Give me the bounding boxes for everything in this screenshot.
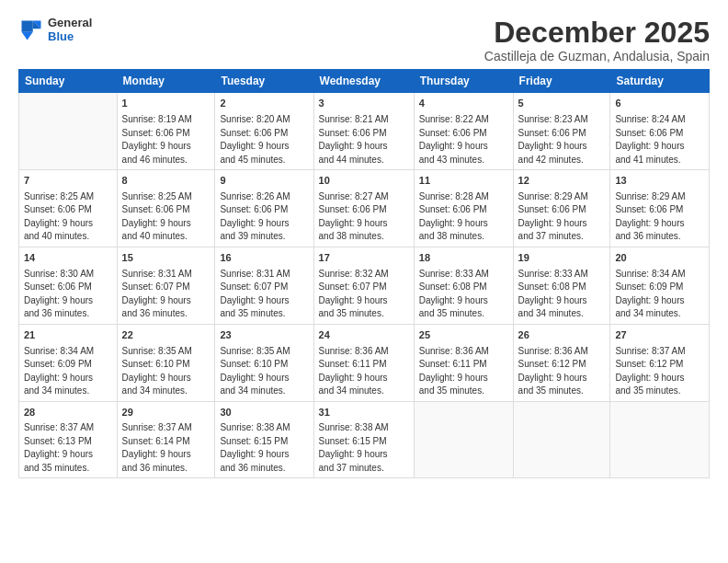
day-number: 23: [220, 328, 308, 342]
week-row: 14Sunrise: 8:30 AM Sunset: 6:06 PM Dayli…: [19, 247, 710, 324]
day-cell: 7Sunrise: 8:25 AM Sunset: 6:06 PM Daylig…: [19, 170, 118, 247]
day-cell: 24Sunrise: 8:36 AM Sunset: 6:11 PM Dayli…: [313, 324, 414, 401]
day-cell: 6Sunrise: 8:24 AM Sunset: 6:06 PM Daylig…: [610, 93, 710, 170]
day-number: 22: [122, 328, 210, 342]
day-cell: 16Sunrise: 8:31 AM Sunset: 6:07 PM Dayli…: [215, 247, 313, 324]
day-cell: 21Sunrise: 8:34 AM Sunset: 6:09 PM Dayli…: [19, 324, 118, 401]
day-number: 14: [24, 251, 112, 265]
day-info: Sunrise: 8:29 AM Sunset: 6:06 PM Dayligh…: [518, 191, 588, 242]
logo-icon: [18, 17, 44, 43]
header: General Blue December 2025 Castilleja de…: [18, 17, 710, 63]
day-number: 12: [518, 174, 606, 188]
location: Castilleja de Guzman, Andalusia, Spain: [484, 49, 710, 63]
day-info: Sunrise: 8:34 AM Sunset: 6:09 PM Dayligh…: [24, 346, 94, 396]
day-info: Sunrise: 8:28 AM Sunset: 6:06 PM Dayligh…: [419, 191, 489, 242]
day-info: Sunrise: 8:29 AM Sunset: 6:06 PM Dayligh…: [615, 191, 685, 242]
day-info: Sunrise: 8:24 AM Sunset: 6:06 PM Dayligh…: [615, 114, 685, 165]
day-number: 25: [419, 328, 508, 342]
weekday-header: Thursday: [414, 70, 513, 93]
day-cell: [19, 93, 118, 170]
day-info: Sunrise: 8:31 AM Sunset: 6:07 PM Dayligh…: [122, 269, 192, 319]
day-info: Sunrise: 8:20 AM Sunset: 6:06 PM Dayligh…: [220, 114, 290, 165]
day-cell: 31Sunrise: 8:38 AM Sunset: 6:15 PM Dayli…: [313, 401, 414, 478]
day-number: 16: [220, 251, 308, 265]
day-info: Sunrise: 8:22 AM Sunset: 6:06 PM Dayligh…: [419, 114, 489, 165]
day-info: Sunrise: 8:37 AM Sunset: 6:14 PM Dayligh…: [122, 422, 192, 473]
page: General Blue December 2025 Castilleja de…: [0, 0, 728, 563]
day-number: 8: [122, 174, 210, 188]
day-number: 29: [122, 406, 210, 419]
day-cell: 8Sunrise: 8:25 AM Sunset: 6:06 PM Daylig…: [117, 170, 215, 247]
day-cell: 5Sunrise: 8:23 AM Sunset: 6:06 PM Daylig…: [513, 93, 610, 170]
day-number: 17: [319, 251, 409, 265]
day-info: Sunrise: 8:34 AM Sunset: 6:09 PM Dayligh…: [615, 269, 685, 319]
day-cell: 23Sunrise: 8:35 AM Sunset: 6:10 PM Dayli…: [215, 324, 313, 401]
week-row: 1Sunrise: 8:19 AM Sunset: 6:06 PM Daylig…: [19, 93, 710, 170]
day-cell: 18Sunrise: 8:33 AM Sunset: 6:08 PM Dayli…: [414, 247, 513, 324]
day-info: Sunrise: 8:37 AM Sunset: 6:12 PM Dayligh…: [615, 346, 685, 396]
day-number: 21: [24, 328, 112, 342]
day-cell: 26Sunrise: 8:36 AM Sunset: 6:12 PM Dayli…: [513, 324, 610, 401]
day-cell: 10Sunrise: 8:27 AM Sunset: 6:06 PM Dayli…: [313, 170, 414, 247]
weekday-header: Sunday: [19, 70, 118, 93]
day-cell: 17Sunrise: 8:32 AM Sunset: 6:07 PM Dayli…: [313, 247, 414, 324]
day-number: 1: [122, 97, 210, 110]
weekday-header: Monday: [117, 70, 215, 93]
day-number: 6: [615, 97, 704, 110]
day-number: 28: [24, 406, 112, 419]
logo: General Blue: [18, 17, 92, 44]
day-cell: 30Sunrise: 8:38 AM Sunset: 6:15 PM Dayli…: [215, 401, 313, 478]
day-info: Sunrise: 8:33 AM Sunset: 6:08 PM Dayligh…: [518, 269, 588, 319]
day-cell: 4Sunrise: 8:22 AM Sunset: 6:06 PM Daylig…: [414, 93, 513, 170]
day-number: 26: [518, 328, 606, 342]
day-info: Sunrise: 8:19 AM Sunset: 6:06 PM Dayligh…: [122, 114, 192, 165]
weekday-header: Friday: [513, 70, 610, 93]
day-info: Sunrise: 8:27 AM Sunset: 6:06 PM Dayligh…: [319, 191, 389, 242]
svg-rect-2: [22, 20, 33, 31]
day-number: 20: [615, 251, 704, 265]
day-cell: 3Sunrise: 8:21 AM Sunset: 6:06 PM Daylig…: [313, 93, 414, 170]
day-cell: 15Sunrise: 8:31 AM Sunset: 6:07 PM Dayli…: [117, 247, 215, 324]
weekday-header: Wednesday: [313, 70, 414, 93]
day-cell: 22Sunrise: 8:35 AM Sunset: 6:10 PM Dayli…: [117, 324, 215, 401]
day-number: 11: [419, 174, 508, 188]
day-cell: 11Sunrise: 8:28 AM Sunset: 6:06 PM Dayli…: [414, 170, 513, 247]
day-info: Sunrise: 8:36 AM Sunset: 6:11 PM Dayligh…: [419, 346, 489, 396]
day-number: 7: [24, 174, 112, 188]
day-number: 18: [419, 251, 508, 265]
weekday-header: Saturday: [610, 70, 710, 93]
day-info: Sunrise: 8:25 AM Sunset: 6:06 PM Dayligh…: [122, 191, 192, 242]
day-cell: 27Sunrise: 8:37 AM Sunset: 6:12 PM Dayli…: [610, 324, 710, 401]
day-info: Sunrise: 8:36 AM Sunset: 6:11 PM Dayligh…: [319, 346, 389, 396]
day-number: 10: [319, 174, 409, 188]
day-number: 2: [220, 97, 308, 110]
day-cell: [513, 401, 610, 478]
logo-text-block: General Blue: [48, 17, 92, 44]
day-number: 5: [518, 97, 606, 110]
day-info: Sunrise: 8:37 AM Sunset: 6:13 PM Dayligh…: [24, 422, 94, 473]
logo-line2: Blue: [48, 30, 92, 44]
day-cell: 20Sunrise: 8:34 AM Sunset: 6:09 PM Dayli…: [610, 247, 710, 324]
week-row: 21Sunrise: 8:34 AM Sunset: 6:09 PM Dayli…: [19, 324, 710, 401]
week-row: 7Sunrise: 8:25 AM Sunset: 6:06 PM Daylig…: [19, 170, 710, 247]
day-cell: 28Sunrise: 8:37 AM Sunset: 6:13 PM Dayli…: [19, 401, 118, 478]
weekday-header: Tuesday: [215, 70, 313, 93]
svg-marker-3: [22, 32, 33, 40]
day-info: Sunrise: 8:32 AM Sunset: 6:07 PM Dayligh…: [319, 269, 389, 319]
day-info: Sunrise: 8:26 AM Sunset: 6:06 PM Dayligh…: [220, 191, 290, 242]
day-number: 3: [319, 97, 409, 110]
day-cell: 1Sunrise: 8:19 AM Sunset: 6:06 PM Daylig…: [117, 93, 215, 170]
day-info: Sunrise: 8:30 AM Sunset: 6:06 PM Dayligh…: [24, 269, 94, 319]
day-number: 30: [220, 406, 308, 419]
day-cell: 14Sunrise: 8:30 AM Sunset: 6:06 PM Dayli…: [19, 247, 118, 324]
day-cell: 25Sunrise: 8:36 AM Sunset: 6:11 PM Dayli…: [414, 324, 513, 401]
day-info: Sunrise: 8:23 AM Sunset: 6:06 PM Dayligh…: [518, 114, 588, 165]
day-cell: 12Sunrise: 8:29 AM Sunset: 6:06 PM Dayli…: [513, 170, 610, 247]
day-info: Sunrise: 8:35 AM Sunset: 6:10 PM Dayligh…: [220, 346, 290, 396]
title-block: December 2025 Castilleja de Guzman, Anda…: [484, 17, 710, 63]
day-number: 15: [122, 251, 210, 265]
day-cell: [610, 401, 710, 478]
day-info: Sunrise: 8:35 AM Sunset: 6:10 PM Dayligh…: [122, 346, 192, 396]
day-info: Sunrise: 8:25 AM Sunset: 6:06 PM Dayligh…: [24, 191, 94, 242]
day-cell: 19Sunrise: 8:33 AM Sunset: 6:08 PM Dayli…: [513, 247, 610, 324]
